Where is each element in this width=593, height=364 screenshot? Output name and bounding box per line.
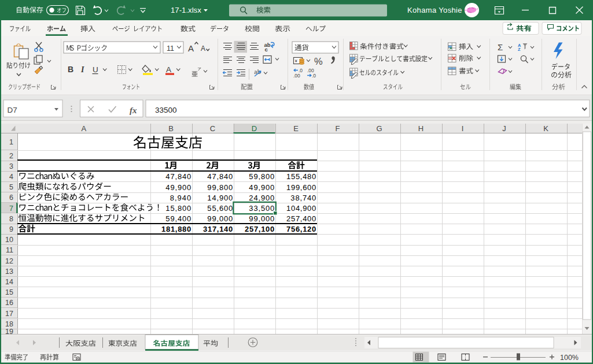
svg-text:38,740: 38,740	[290, 194, 316, 202]
svg-text:fx: fx	[130, 106, 137, 115]
svg-text:155,480: 155,480	[286, 172, 316, 181]
svg-text:G: G	[376, 124, 382, 133]
svg-text:14,900: 14,900	[207, 194, 233, 202]
svg-text:47,840: 47,840	[207, 172, 233, 181]
svg-text:I: I	[462, 124, 464, 133]
svg-text:Σ: Σ	[498, 42, 503, 52]
svg-text:E: E	[293, 124, 299, 133]
svg-text:756,120: 756,120	[286, 225, 316, 233]
svg-text:11: 11	[167, 44, 174, 53]
svg-text:100%: 100%	[560, 354, 579, 362]
svg-text:19: 19	[5, 328, 13, 336]
svg-text:49,900: 49,900	[165, 183, 191, 192]
svg-text:33500: 33500	[155, 106, 177, 114]
svg-text:Kohama Yoshie: Kohama Yoshie	[407, 6, 462, 14]
svg-text:15: 15	[5, 288, 13, 296]
svg-text:199,600: 199,600	[286, 183, 316, 192]
svg-text:99,800: 99,800	[207, 183, 233, 192]
svg-text:99,000: 99,000	[249, 214, 274, 223]
svg-text:11: 11	[6, 246, 13, 254]
svg-text:Z: Z	[518, 47, 521, 52]
svg-text:8,940: 8,940	[170, 194, 191, 202]
svg-text:17: 17	[5, 310, 13, 318]
svg-text:6: 6	[9, 194, 13, 202]
svg-text:4: 4	[9, 173, 13, 181]
svg-text:24,900: 24,900	[249, 194, 274, 202]
svg-text:D: D	[252, 124, 257, 133]
svg-text:59,400: 59,400	[165, 214, 191, 223]
svg-text:16: 16	[5, 299, 13, 307]
svg-text:317,140: 317,140	[203, 225, 233, 233]
svg-text:K: K	[543, 124, 548, 133]
svg-text:18: 18	[5, 320, 13, 328]
svg-text:181,880: 181,880	[161, 225, 191, 233]
svg-text:%: %	[314, 56, 323, 66]
svg-text:¥: ¥	[294, 58, 298, 64]
svg-text:7: 7	[9, 205, 13, 213]
svg-text:8: 8	[9, 215, 13, 223]
svg-text:D7: D7	[8, 106, 17, 114]
svg-text:2: 2	[9, 152, 13, 160]
svg-text:9: 9	[9, 225, 13, 233]
svg-text:A: A	[201, 44, 205, 53]
svg-text:A: A	[188, 43, 194, 53]
svg-text:47,840: 47,840	[165, 172, 191, 181]
svg-text:H: H	[418, 124, 423, 133]
svg-text:B: B	[68, 65, 73, 74]
svg-text:J: J	[502, 124, 506, 133]
svg-text:c: c	[265, 46, 268, 53]
svg-text:55,600: 55,600	[207, 204, 233, 213]
svg-text:257,100: 257,100	[245, 225, 274, 233]
svg-text:A: A	[166, 65, 171, 74]
svg-text:.00: .00	[293, 73, 300, 79]
svg-text:59,800: 59,800	[249, 172, 274, 181]
svg-text:104,900: 104,900	[286, 204, 316, 213]
svg-text:17-1.xlsx: 17-1.xlsx	[171, 6, 201, 14]
svg-text:257,400: 257,400	[286, 214, 316, 223]
svg-text:3: 3	[9, 162, 13, 170]
svg-text:.0: .0	[312, 73, 316, 79]
svg-text:14: 14	[5, 278, 13, 286]
svg-text:15,800: 15,800	[165, 204, 191, 213]
svg-text:1: 1	[9, 138, 13, 146]
svg-text:F: F	[336, 124, 340, 133]
svg-text:13: 13	[5, 268, 13, 276]
svg-text:5: 5	[9, 183, 13, 191]
svg-text:12: 12	[5, 257, 13, 265]
svg-text:I: I	[80, 65, 84, 74]
svg-text:C: C	[210, 124, 215, 133]
svg-text:33,500: 33,500	[249, 204, 274, 213]
svg-text:B: B	[168, 124, 174, 133]
svg-text:49,900: 49,900	[249, 183, 274, 192]
svg-text:99,000: 99,000	[207, 214, 233, 223]
svg-text:U: U	[93, 65, 98, 74]
svg-text:A: A	[81, 124, 86, 133]
svg-text:10: 10	[5, 236, 13, 244]
